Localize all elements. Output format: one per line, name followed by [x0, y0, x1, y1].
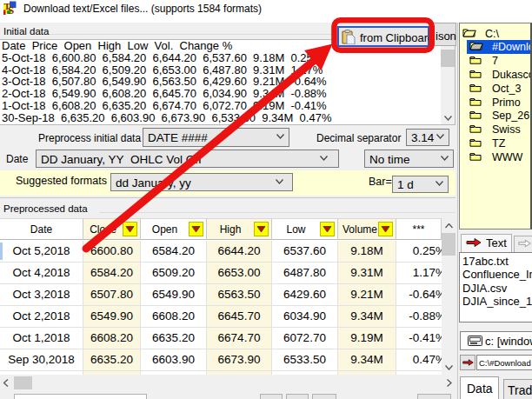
- svg-text:S: S: [8, 3, 14, 17]
